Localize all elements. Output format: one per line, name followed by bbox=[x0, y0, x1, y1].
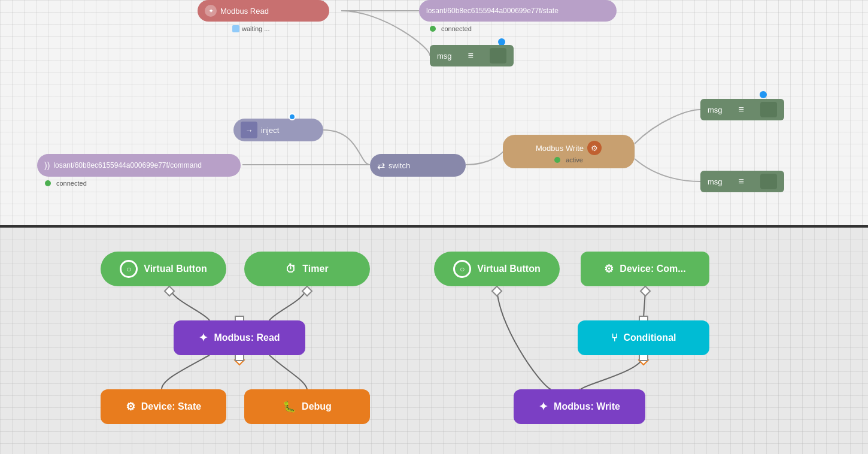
timer-icon: ⏱ bbox=[286, 263, 296, 276]
top-flow-panel: ✦ Modbus Read waiting ... losant/60b8ec6… bbox=[0, 0, 868, 228]
modbus-read-bottom-icon: ✦ bbox=[199, 331, 208, 344]
device-state-icon: ⚙ bbox=[126, 400, 135, 413]
timer-label: Timer bbox=[302, 264, 328, 274]
svg-marker-2 bbox=[165, 286, 174, 296]
svg-marker-9 bbox=[639, 355, 648, 365]
bottom-virtual-btn-left[interactable]: ○ Virtual Button bbox=[101, 252, 226, 286]
msg2-label: msg bbox=[708, 105, 723, 114]
msg1-button[interactable] bbox=[490, 48, 506, 63]
svg-marker-8 bbox=[641, 286, 650, 296]
bottom-device-com-node[interactable]: ⚙ Device: Com... bbox=[581, 252, 709, 286]
msg2-button[interactable] bbox=[760, 102, 777, 117]
bottom-conditional-node[interactable]: ⑂ Conditional bbox=[578, 320, 709, 355]
virtual-btn-right-label: Virtual Button bbox=[477, 264, 540, 274]
inject-blue-dot bbox=[289, 113, 296, 120]
modbus-write-label: Modbus Write bbox=[536, 144, 584, 153]
top-mqtt-command-node[interactable]: )) losant/60b8ec6155944a000699e77f/comma… bbox=[37, 154, 241, 177]
top-msg-node-2[interactable]: msg ≡ bbox=[700, 99, 784, 120]
top-modbus-read-node[interactable]: ✦ Modbus Read bbox=[198, 0, 329, 22]
modbus-write-bottom-label: Modbus: Write bbox=[554, 401, 620, 412]
mqtt-command-icon: )) bbox=[44, 161, 50, 170]
conditional-label: Conditional bbox=[624, 332, 676, 343]
modbus-write-gear: ⚙ bbox=[587, 141, 602, 155]
svg-marker-7 bbox=[492, 286, 502, 296]
modbus-read-bottom-label: Modbus: Read bbox=[214, 332, 280, 343]
active-status: active bbox=[554, 156, 583, 164]
device-state-label: Device: State bbox=[141, 401, 202, 412]
svg-marker-3 bbox=[302, 286, 312, 296]
msg1-label: msg bbox=[437, 52, 452, 60]
switch-icon: ⇄ bbox=[377, 160, 385, 171]
virtual-btn-left-icon: ○ bbox=[120, 260, 138, 278]
msg3-label: msg bbox=[708, 177, 723, 186]
mqtt-state-label: losant/60b8ec6155944a000699e77f/state bbox=[426, 7, 559, 15]
inject-icon: → bbox=[241, 122, 257, 138]
bottom-timer-node[interactable]: ⏱ Timer bbox=[244, 252, 370, 286]
device-com-label: Device: Com... bbox=[620, 264, 685, 274]
top-switch-node[interactable]: ⇄ switch bbox=[370, 154, 466, 177]
msg2-icon: ≡ bbox=[739, 104, 744, 115]
debug-icon: 🐛 bbox=[283, 400, 296, 413]
debug-label: Debug bbox=[302, 401, 332, 412]
inject-label: inject bbox=[261, 126, 279, 135]
waiting-status: waiting ... bbox=[232, 25, 269, 32]
modbus-write-bottom-icon: ✦ bbox=[539, 400, 548, 413]
bottom-modbus-write-node[interactable]: ✦ Modbus: Write bbox=[514, 389, 645, 424]
top-msg-node-1[interactable]: msg ≡ bbox=[430, 45, 514, 66]
bottom-device-state-node[interactable]: ⚙ Device: State bbox=[101, 389, 226, 424]
msg3-icon: ≡ bbox=[739, 176, 744, 187]
virtual-btn-right-icon: ○ bbox=[453, 260, 471, 278]
modbus-read-icon: ✦ bbox=[205, 5, 217, 17]
connected-status-1: connected bbox=[430, 25, 472, 32]
top-mqtt-state-node[interactable]: losant/60b8ec6155944a000699e77f/state bbox=[419, 0, 617, 22]
svg-marker-4 bbox=[235, 355, 244, 365]
bottom-virtual-btn-right[interactable]: ○ Virtual Button bbox=[434, 252, 560, 286]
modbus-read-label: Modbus Read bbox=[220, 7, 269, 16]
device-com-icon: ⚙ bbox=[604, 262, 614, 276]
switch-label: switch bbox=[389, 161, 410, 170]
svg-point-1 bbox=[760, 91, 767, 98]
msg1-icon: ≡ bbox=[468, 50, 474, 61]
mqtt-command-label: losant/60b8ec6155944a000699e77f/command bbox=[53, 161, 202, 170]
top-modbus-write-node[interactable]: Modbus Write ⚙ active bbox=[503, 135, 635, 168]
virtual-btn-left-label: Virtual Button bbox=[144, 264, 207, 274]
top-msg-node-3[interactable]: msg ≡ bbox=[700, 171, 784, 192]
bottom-modbus-read-node[interactable]: ✦ Modbus: Read bbox=[174, 320, 305, 355]
conditional-icon: ⑂ bbox=[611, 332, 618, 344]
bottom-debug-node[interactable]: 🐛 Debug bbox=[244, 389, 370, 424]
connected-status-2: connected bbox=[45, 180, 87, 187]
top-inject-node[interactable]: → inject bbox=[233, 119, 323, 141]
msg3-button[interactable] bbox=[760, 174, 777, 189]
bottom-flow-panel: ○ Virtual Button ⏱ Timer ✦ Modbus: Read … bbox=[0, 228, 868, 454]
